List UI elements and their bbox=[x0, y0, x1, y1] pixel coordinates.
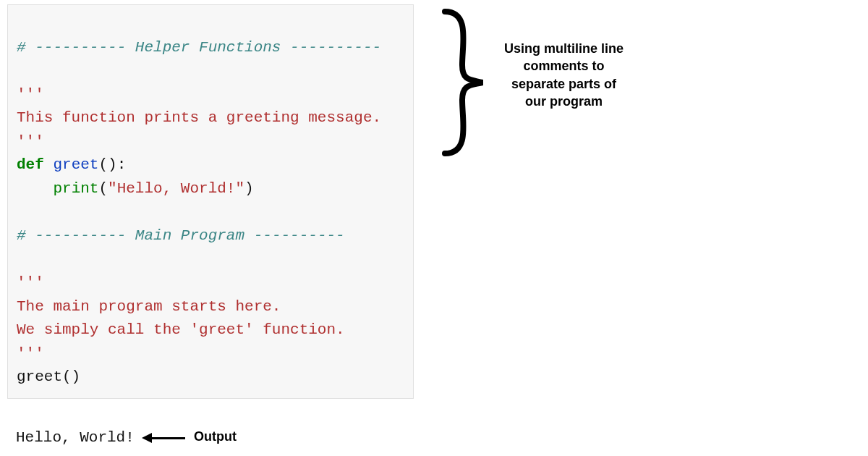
docstring-body-2b: We simply call the 'greet' function. bbox=[17, 321, 345, 338]
print-line: print("Hello, World!") bbox=[17, 180, 254, 197]
curly-brace-icon bbox=[430, 7, 495, 158]
docstring-close-2: ''' bbox=[17, 345, 44, 362]
output-text: Hello, World! bbox=[16, 429, 135, 446]
comment-header-1: # ---------- Helper Functions ---------- bbox=[17, 39, 381, 56]
docstring-open-1: ''' bbox=[17, 86, 44, 103]
comment-header-2: # ---------- Main Program ---------- bbox=[17, 227, 345, 244]
def-line: def greet(): bbox=[17, 156, 126, 173]
code-block: # ---------- Helper Functions ----------… bbox=[7, 4, 414, 399]
output-label: Output bbox=[194, 429, 237, 444]
docstring-body-1: This function prints a greeting message. bbox=[17, 109, 381, 126]
docstring-body-2a: The main program starts here. bbox=[17, 298, 281, 315]
arrow-left-icon bbox=[142, 435, 185, 441]
docstring-open-2: ''' bbox=[17, 274, 44, 291]
docstring-close-1: ''' bbox=[17, 133, 44, 150]
annotation-caption: Using multiline line comments to separat… bbox=[501, 40, 627, 110]
call-line: greet() bbox=[17, 368, 80, 385]
